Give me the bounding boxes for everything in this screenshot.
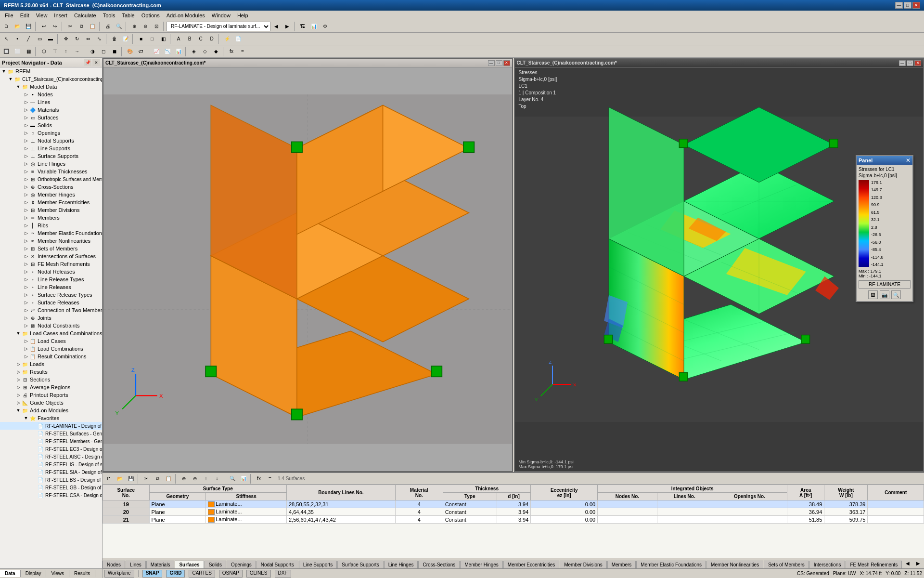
expand-var-thick[interactable]: ▷ [23,169,29,174]
tree-connection-two[interactable]: ▷ ⇌ Connection of Two Members [0,306,102,314]
tb3-solid2[interactable]: ◼ [109,46,120,57]
tb-paste[interactable]: 📋 [87,21,98,32]
tab-surface-supports[interactable]: Surface Supports [337,561,383,568]
tree-rf-laminate[interactable]: 📄 RF-LAMINATE - Design of lamin... [0,422,102,430]
tb2-select[interactable]: ↖ [1,34,12,44]
expand-rfem[interactable]: ▼ [1,68,7,74]
table-row[interactable]: 20PlaneLaminate...4,64,44,354Constant3.9… [103,508,924,516]
tb2-render2[interactable]: □ [147,34,157,44]
expand-nodal-sup[interactable]: ▷ [23,138,29,144]
tree-loads[interactable]: ▷ 📁 Loads [0,360,102,368]
table-fx[interactable]: fx [254,473,264,484]
rf-laminate-button[interactable]: RF-LAMINATE [859,280,911,289]
vp-right-max[interactable]: □ [907,60,913,66]
menu-addon[interactable]: Add-on Modules [164,12,208,19]
tree-nodal-constraints[interactable]: ▷ ⊠ Nodal Constraints [0,322,102,329]
tree-surfaces[interactable]: ▷ ▭ Surfaces [0,114,102,121]
tb-copy[interactable]: ⧉ [76,21,87,32]
tb3-wire[interactable]: ◻ [98,46,109,57]
tab-member-hinges[interactable]: Member Hinges [460,561,503,568]
tb2-delete[interactable]: 🗑 [109,34,120,44]
menu-view[interactable]: View [33,12,51,19]
tab-solids[interactable]: Solids [205,561,226,568]
tb-zoom-fit[interactable]: ⊡ [151,21,162,32]
tab-member-div[interactable]: Member Divisions [560,561,606,568]
tree-sections[interactable]: ▷ ⊟ Sections [0,376,102,383]
expand-rf-bs[interactable] [31,477,37,483]
expand-model[interactable]: ▼ [15,84,21,90]
tb-settings[interactable]: ⚙ [320,21,330,32]
tree-materials[interactable]: ▷ 🔷 Materials [0,106,102,114]
tree-rf-steel-aisc[interactable]: 📄 RF-STEEL AISC - Design of steel me [0,453,102,460]
tb2-a2[interactable]: B [184,34,195,44]
tb2-move[interactable]: ✥ [61,34,71,44]
viewport-right[interactable]: CLT_Staircase_(C)naikooncontracting.com*… [514,58,924,472]
expand-surf-sup[interactable]: ▷ [23,153,29,159]
table-tb-6[interactable]: 📋 [163,473,174,484]
tb-model[interactable]: 🏗 [297,21,308,32]
tab-nodes[interactable]: Nodes [103,561,125,568]
tab-sets-members[interactable]: Sets of Members [764,561,809,568]
expand-rf-steel-surf[interactable] [31,431,37,436]
tree-solids[interactable]: ▷ ▬ Solids [0,121,102,129]
tb2-rotate[interactable]: ↻ [72,34,82,44]
tab-fe-mesh[interactable]: FE Mesh Refinements [846,561,902,568]
tb3-top[interactable]: ⊤ [50,46,60,57]
menu-options[interactable]: Options [139,12,163,19]
tree-nodes[interactable]: ▷ • Nodes [0,91,102,98]
close-button[interactable]: ✕ [912,2,920,9]
tree-result-combinations[interactable]: ▷ 📋 Result Combinations [0,353,102,360]
panel-icon-3[interactable]: 🔍 [891,290,901,299]
menu-tools[interactable]: Tools [100,12,118,19]
tb3-result3[interactable]: 📊 [173,46,184,57]
table-tb-3[interactable]: 💾 [126,473,136,484]
tree-members[interactable]: ▷ ━ Members [0,214,102,222]
expand-favs[interactable]: ▼ [23,415,29,421]
menu-insert[interactable]: Insert [51,12,70,19]
tree-line-releases[interactable]: ▷ ◦ Line Releases [0,283,102,291]
tab-members[interactable]: Members [607,561,636,568]
nb-tab-data[interactable]: Data [0,570,21,577]
nav-pin[interactable]: 📌 [84,59,91,66]
tb2-solid[interactable]: ▬ [45,34,56,44]
expand-line-rel-types[interactable]: ▷ [23,276,29,282]
nav-close[interactable]: ✕ [92,59,100,66]
tree-rf-steel-bs[interactable]: 📄 RF-STEEL BS - Design of steel memb [0,476,102,484]
tb3-more2[interactable]: ◇ [200,46,210,57]
expand-mbr-elastic[interactable]: ▷ [23,230,29,236]
expand-rf-sia[interactable] [31,469,37,475]
expand-ribs[interactable]: ▷ [23,223,29,228]
vp-left-close[interactable]: ✕ [503,60,510,66]
tree-lines[interactable]: ▷ — Lines [0,98,102,106]
maximize-button[interactable]: □ [904,2,911,9]
table-tb-9[interactable]: ↑ [201,473,211,484]
expand-mbr-nonlin[interactable]: ▷ [23,238,29,244]
table-container[interactable]: SurfaceNo. Surface Type Boundary Lines N… [103,485,924,558]
tab-member-nonlin[interactable]: Member Nonlinearities [706,561,763,568]
tb2-a4[interactable]: D [206,34,217,44]
tb-next[interactable]: ▶ [282,21,293,32]
status-grid[interactable]: GRID [166,570,185,578]
tb3-result1[interactable]: 📈 [151,46,162,57]
expand-avg[interactable]: ▷ [15,384,21,390]
expand-surf-rel[interactable]: ▷ [23,300,29,305]
table-tb-8[interactable]: ⊖ [190,473,200,484]
tree-cross-sections[interactable]: ▷ ⊕ Cross-Sections [0,183,102,191]
status-workplane[interactable]: Workplane [104,570,134,578]
tree-avg-regions[interactable]: ▷ ⊞ Average Regions [0,383,102,391]
minimize-button[interactable]: — [895,2,903,9]
panel-close-button[interactable]: ✕ [906,157,911,164]
tree-line-supports[interactable]: ▷ ⊥ Line Supports [0,144,102,152]
tb-prev[interactable]: ◀ [271,21,282,32]
tb-cut[interactable]: ✂ [65,21,76,32]
tb-open[interactable]: 📂 [12,21,23,32]
tb3-color[interactable]: 🎨 [125,46,135,57]
tree-surface-release-types[interactable]: ▷ ◦ Surface Release Types [0,291,102,299]
tb3-right[interactable]: → [72,46,82,57]
table-tb-2[interactable]: 📂 [115,473,125,484]
vp-left-max[interactable]: □ [496,60,502,66]
expand-rflaminate[interactable] [31,423,37,429]
tree-line-release-types[interactable]: ▷ ◦ Line Release Types [0,276,102,283]
expand-rf-aisc[interactable] [31,454,37,460]
expand-ortho[interactable]: ▷ [23,176,29,182]
